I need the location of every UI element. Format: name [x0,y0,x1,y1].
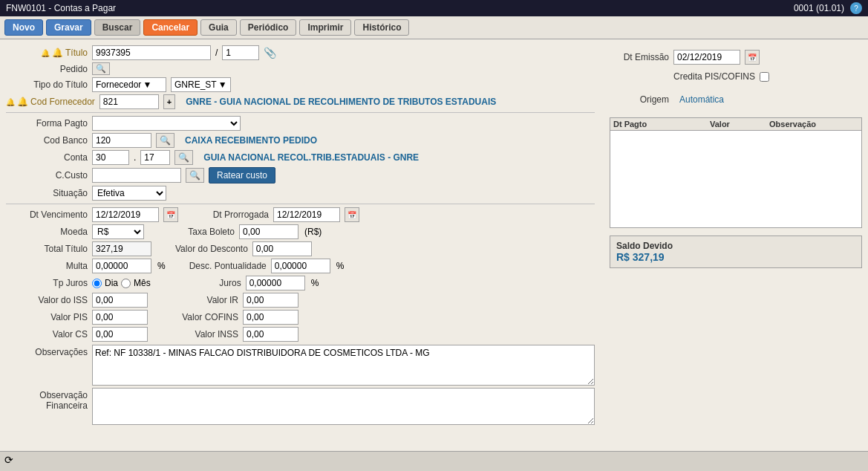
pedido-label: Pedido [6,64,88,74]
observacoes-label: Observações [6,345,88,386]
tp-juros-group: Dia Mês [92,278,151,288]
loading-icon: ⟳ [4,454,13,466]
btn-buscar[interactable]: Buscar [94,19,141,36]
titulo-input[interactable] [92,45,211,60]
help-button[interactable]: ? [850,2,862,14]
search-banco-button[interactable]: 🔍 [156,133,174,148]
valor-iss-label: Valor do ISS [6,295,88,305]
cod-fornecedor-label: 🔔 Cod Fornecedor [6,97,95,107]
valor-cofins-label: Valor COFINS [172,312,238,322]
titulo-slash: / [215,48,218,58]
btn-historico[interactable]: Histórico [354,19,409,36]
pedido-icon[interactable]: 🔍 [92,62,110,75]
dt-prorrogada-input[interactable] [273,207,340,222]
btn-imprimir[interactable]: Imprimir [299,19,351,36]
dt-emissao-input[interactable] [673,50,740,65]
cod-banco-label: Cod Banco [6,135,88,146]
tipo-fornecedor-select[interactable]: Fornecedor ▼ [92,77,166,92]
tipo-gnre-select[interactable]: GNRE_ST ▼ [171,77,231,92]
conta-label: Conta [6,152,88,163]
desc-pont-label: Desc. Pontualidade [189,261,267,271]
desc-pont-input[interactable] [271,259,330,273]
juros-percent: % [311,278,319,288]
search-ccusto-button[interactable]: 🔍 [186,168,204,183]
session-info: 0001 (01.01) [794,3,844,13]
conta-input1[interactable] [92,150,129,165]
taxa-boleto-input[interactable] [239,224,298,239]
search-conta-button[interactable]: 🔍 [174,150,193,165]
conta-sep: . [134,152,136,163]
total-titulo-input[interactable] [92,241,151,256]
ccusto-label: C.Custo [6,170,88,181]
valor-pis-input[interactable] [92,310,148,325]
tp-juros-label: Tp Juros [6,278,88,288]
btn-periodico[interactable]: Periódico [240,19,297,36]
valor-inss-input[interactable] [243,327,298,342]
payment-table: Dt Pagto Valor Observação [610,117,862,228]
taxa-boleto-unit: (R$) [304,227,322,237]
valor-cs-label: Valor CS [6,329,88,340]
credita-pis-label: Credita PIS/COFINS [673,71,755,82]
desc-pont-percent: % [336,261,345,271]
dt-vencimento-picker[interactable]: 📅 [163,207,178,222]
moeda-select[interactable]: R$ [92,224,144,239]
ccusto-input[interactable] [92,168,181,183]
observacoes-textarea[interactable]: Ref: NF 10338/1 - MINAS FALCAO DISTRIBUI… [92,345,595,386]
conta-desc: GUIA NACIONAL RECOL.TRIB.ESTADUAIS - GNR… [203,152,419,163]
clip-icon: 📎 [264,47,276,59]
main-content: 🔔 Título / 📎 Pedido 🔍 Tipo do Título For… [0,39,868,451]
forma-pagto-select[interactable] [92,116,241,131]
tipo-titulo-label: Tipo do Título [6,79,88,90]
cod-banco-input[interactable] [92,133,151,148]
dt-vencimento-input[interactable] [92,207,159,222]
dt-emissao-label: Dt Emissão [610,52,669,62]
conta-input2[interactable] [140,150,170,165]
valor-desconto-label: Valor do Desconto [175,244,248,254]
btn-novo[interactable]: Novo [4,19,43,36]
multa-label: Multa [6,261,88,271]
col-valor: Valor [710,120,769,129]
add-fornecedor-button[interactable]: + [163,94,175,109]
dt-prorrogada-picker[interactable]: 📅 [345,207,359,222]
valor-cofins-input[interactable] [243,310,298,325]
search-banco-icon: 🔍 [160,135,171,146]
total-titulo-label: Total Título [6,244,88,254]
situacao-select[interactable]: Efetiva [92,186,166,201]
tp-juros-dia-radio[interactable] [92,279,102,288]
valor-desconto-input[interactable] [252,241,312,256]
tp-juros-mes-radio[interactable] [121,279,131,288]
dt-emissao-picker[interactable]: 📅 [745,50,760,65]
origem-value: Automática [679,94,724,105]
fornecedor-desc: GNRE - GUIA NACIONAL DE RECOLHIMENTO DE … [186,97,496,107]
col-observacao: Observação [769,120,858,129]
col-dt-pagto: Dt Pagto [613,120,710,129]
btn-cancelar[interactable]: Cancelar [143,19,198,36]
taxa-boleto-label: Taxa Boleto [168,227,235,237]
valor-iss-input[interactable] [92,293,148,308]
btn-gravar[interactable]: Gravar [46,19,91,36]
toolbar: Novo Gravar Buscar Cancelar Guia Periódi… [0,16,868,39]
saldo-title: Saldo Devido [616,241,855,251]
cod-fornecedor-input[interactable] [99,94,159,109]
ratear-custo-button[interactable]: Ratear custo [209,167,275,183]
payment-table-body [610,131,861,227]
app-title: FNW0101 - Contas a Pagar [6,3,116,13]
btn-guia[interactable]: Guia [200,19,237,36]
multa-input[interactable] [92,259,151,273]
multa-percent: % [157,261,166,271]
valor-cs-input[interactable] [92,327,148,342]
juros-label: Juros [174,278,241,288]
titulo-label: 🔔 Título [6,48,88,58]
origem-label: Origem [610,94,669,105]
tp-juros-dia-label[interactable]: Dia [105,278,118,288]
title-bar: FNW0101 - Contas a Pagar 0001 (01.01) ? [0,0,868,16]
dt-prorrogada-label: Dt Prorrogada [202,209,269,220]
credita-pis-checkbox[interactable] [760,72,769,82]
tp-juros-mes-label[interactable]: Mês [134,278,151,288]
titulo-num-input[interactable] [222,45,259,60]
search-ccusto-icon: 🔍 [189,170,200,181]
juros-input[interactable] [246,276,305,290]
valor-ir-input[interactable] [243,293,298,308]
obs-financeira-textarea[interactable] [92,388,595,425]
search-conta-icon: 🔍 [178,152,189,163]
